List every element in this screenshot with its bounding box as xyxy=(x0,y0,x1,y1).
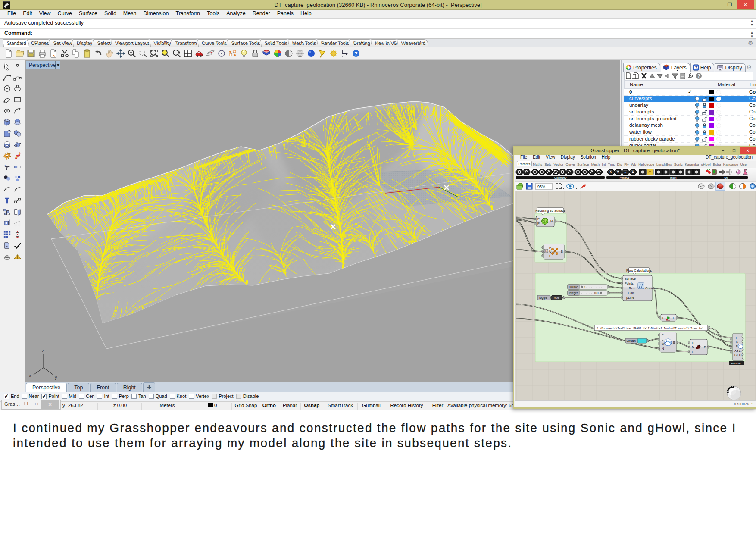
svg-text:G: G xyxy=(736,340,738,344)
svg-text:?: ? xyxy=(695,66,697,70)
svg-text:O: O xyxy=(692,350,694,354)
svg-text:D: D xyxy=(704,345,706,349)
svg-text:N: N xyxy=(662,347,664,350)
svg-text:F: F xyxy=(662,333,664,337)
svg-text:Points: Points xyxy=(625,282,634,285)
svg-text:93%: 93% xyxy=(537,185,545,189)
svg-text:A: A xyxy=(631,170,634,174)
svg-text:Toggle: Toggle xyxy=(539,296,547,300)
svg-text:L: L xyxy=(673,316,675,320)
svg-text:Double: Double xyxy=(569,285,578,288)
svg-text:M: M xyxy=(550,219,553,223)
svg-text:S: S xyxy=(736,344,738,348)
svg-text:u: u xyxy=(624,170,626,174)
svg-text:?: ? xyxy=(697,73,700,78)
svg-text:Res: Res xyxy=(629,286,635,290)
svg-text:Swatch: Swatch xyxy=(627,339,636,342)
svg-text:GEO: GEO xyxy=(734,353,742,357)
svg-text:XYZ: XYZ xyxy=(734,349,741,353)
svg-text:Flow Calculations: Flow Calculations xyxy=(626,269,652,272)
svg-text:S: S xyxy=(561,250,563,253)
svg-text:Integer: Integer xyxy=(569,291,578,295)
svg-text:Absolute: Absolute xyxy=(731,362,741,365)
svg-text:L: L xyxy=(662,316,664,320)
svg-text:1: 1 xyxy=(584,285,586,288)
svg-text:x: x xyxy=(29,373,31,378)
svg-text:P: P xyxy=(537,217,540,221)
svg-text:F: F xyxy=(736,336,738,340)
svg-text:D: D xyxy=(692,341,694,345)
svg-text:Perspective: Perspective xyxy=(29,62,56,68)
svg-text:L: L xyxy=(662,338,663,341)
svg-text:Resulting 3d Surface: Resulting 3d Surface xyxy=(535,209,565,213)
svg-text:I: I xyxy=(549,254,550,258)
svg-text:Input: Input xyxy=(670,176,677,180)
svg-text:N: N xyxy=(692,345,694,349)
svg-text:Pl: Pl xyxy=(537,222,540,225)
svg-text:Util: Util xyxy=(724,176,728,179)
svg-text:7: 7 xyxy=(617,170,619,174)
svg-text:U: U xyxy=(549,250,551,253)
svg-text:z: z xyxy=(42,348,44,353)
svg-text:Calc: Calc xyxy=(628,291,634,295)
svg-text:100: 100 xyxy=(594,291,599,294)
svg-text:R: R xyxy=(545,250,547,252)
svg-text:pLine: pLine xyxy=(626,296,634,300)
svg-text:True: True xyxy=(553,296,559,299)
svg-text:Curves: Curves xyxy=(645,286,656,290)
svg-text:D:\Documents\IaaC\iaac MAA01 f: D:\Documents\IaaC\iaac MAA01 fall\Digita… xyxy=(597,327,704,330)
svg-text:Surface: Surface xyxy=(625,277,636,281)
svg-text:0: 0 xyxy=(609,170,612,174)
svg-text:Primitive: Primitive xyxy=(619,176,630,179)
svg-text:y: y xyxy=(55,375,57,380)
svg-text:P: P xyxy=(549,246,551,250)
svg-text:Geometry: Geometry xyxy=(554,176,567,180)
svg-text:S: S xyxy=(673,341,675,344)
